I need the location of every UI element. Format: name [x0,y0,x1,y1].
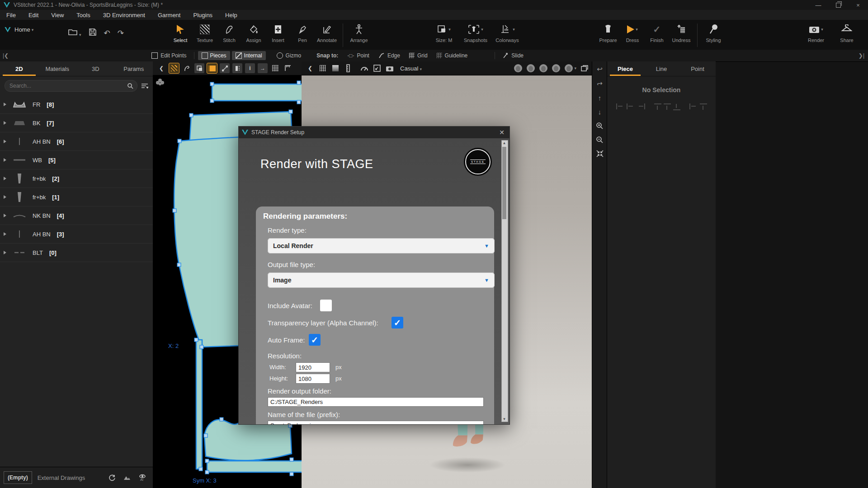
transparency-checkbox[interactable]: ✓ [392,317,403,328]
pattern-piece-strip-vertical[interactable] [196,340,202,469]
undress-button[interactable]: Undress [669,23,693,48]
piece-row-ahbn6[interactable]: AH BN[6] [0,132,153,151]
height-input[interactable] [296,374,330,384]
dialog-scrollbar[interactable]: ▲ ▼ [501,140,508,422]
finish-button[interactable]: ✓ Finish [645,23,669,48]
refresh-icon[interactable] [108,474,116,481]
align-center-icon[interactable] [627,103,635,109]
slide-toggle[interactable]: Slide [498,50,528,61]
snapshot-camera-button[interactable] [385,63,395,73]
include-avatar-checkbox[interactable] [320,300,332,311]
piece-row-nkbn[interactable]: NK BN[4] [0,206,153,225]
piece-row-bk[interactable]: BK[7] [0,114,153,132]
piece-row-blt[interactable]: BLT[0] [0,244,153,262]
gizmo-toggle[interactable]: Gizmo [272,50,306,61]
environment-toggle[interactable] [330,63,340,73]
expand-arrow-icon[interactable] [4,158,6,162]
edit-points-toggle[interactable]: Edit Points [147,50,191,61]
menu-3d-environment[interactable]: 3D Environment [97,12,151,19]
fill-view-toggle[interactable] [207,63,217,73]
insert-tool-button[interactable]: Insert [266,23,290,48]
expand-arrow-icon[interactable] [4,195,6,199]
collapse-panel-icon[interactable]: ❮ [156,63,166,73]
piece-row-frbk2[interactable]: fr+bk[2] [0,169,153,188]
grid-toggle[interactable] [270,63,280,73]
align-top-icon[interactable] [654,103,661,110]
tab-3d[interactable]: 3D [76,61,115,76]
snap-point-toggle[interactable]: -□- Point [343,50,374,61]
expand-arrow-icon[interactable] [4,177,6,180]
tab-2d[interactable]: 2D [0,61,38,76]
redo-button[interactable]: ↷ [118,28,124,38]
floor-grid-toggle[interactable] [318,63,328,73]
tab-piece[interactable]: Piece [607,61,643,76]
zoom-in-icon[interactable] [596,122,604,130]
piece-row-wb[interactable]: WB[5] [0,151,153,169]
render-type-dropdown[interactable]: Local Render ▼ [268,238,495,253]
align-left-icon[interactable] [616,103,624,109]
collapse-right-icon[interactable]: ❯| [855,52,868,59]
tab-params[interactable]: Params [115,61,153,76]
snapshots-button[interactable]: ▾ Snapshots [463,23,488,48]
align-right-icon[interactable] [637,103,645,109]
open-folder-button[interactable]: ▾ [68,28,81,38]
texture-tool-button[interactable]: Texture [193,23,217,48]
snap-edge-toggle[interactable]: Edge [374,50,405,61]
collapse-panel-icon[interactable]: ❮ [305,63,315,73]
dialog-titlebar[interactable]: STAGE Render Setup ✕ [238,126,510,138]
scrollbar-thumb[interactable] [502,147,506,219]
tension-map-toggle[interactable] [359,63,369,73]
tab-point[interactable]: Point [679,61,716,76]
avatar-hair-icon[interactable] [527,64,535,72]
expand-arrow-icon[interactable] [4,232,6,236]
half-piece-toggle[interactable] [232,63,242,73]
dialog-close-button[interactable]: ✕ [494,129,509,136]
width-input[interactable] [296,362,330,372]
menu-garment[interactable]: Garment [151,12,187,19]
render-button[interactable]: ▾ Render [804,23,828,48]
rotate-arrow-icon[interactable]: ↪ [597,80,603,88]
annotate-tool-button[interactable]: Annotate [315,23,339,48]
seam-view-toggle[interactable] [220,63,230,73]
size-button[interactable]: ▾ Size: M [432,23,456,48]
expand-arrow-icon[interactable] [4,251,6,254]
arrow-up-icon[interactable]: ↑ [598,94,602,102]
menu-plugins[interactable]: Plugins [187,12,219,19]
zoom-out-icon[interactable] [596,136,604,144]
output-folder-input[interactable] [268,397,484,407]
avatar-silhouette-icon[interactable] [539,64,547,72]
save-button[interactable] [89,28,97,38]
scroll-down-icon[interactable]: ▼ [502,417,507,421]
ruler-toggle[interactable] [283,63,293,73]
align-bottom-icon[interactable] [673,103,680,110]
share-button[interactable]: Share [835,23,859,48]
undo-button[interactable]: ↶ [104,28,110,38]
scroll-up-icon[interactable]: ▲ [502,141,507,145]
arrange-tool-button[interactable]: Arrange [347,23,371,48]
auto-frame-checkbox[interactable]: ✓ [309,334,321,346]
home-group[interactable]: Home ▾ [5,26,33,33]
menu-help[interactable]: Help [219,12,244,19]
internal-toggle[interactable]: Internal [232,51,266,60]
distribute-horizontal-icon[interactable] [689,103,698,109]
ai-visibility-icon[interactable]: Ai [138,474,146,481]
prepare-button[interactable]: Prepare [596,23,620,48]
expand-arrow-icon[interactable] [4,103,6,106]
expand-arrow-icon[interactable] [4,140,6,143]
dress-button[interactable]: ▾ Dress [620,23,645,48]
collapse-left-icon[interactable]: |❮ [0,52,11,59]
expand-arrow-icon[interactable] [4,121,6,125]
colorways-button[interactable]: ▾ Colorways [495,23,519,48]
styling-button[interactable]: Styling [701,23,726,48]
align-middle-icon[interactable] [664,103,671,110]
menu-file[interactable]: File [0,12,22,19]
distribute-vertical-icon[interactable] [700,103,707,110]
collapse-arrows-icon[interactable] [596,150,604,157]
return-arrow-icon[interactable]: ↩ [597,65,603,73]
arrow-down-icon[interactable]: ↓ [598,108,602,116]
pen-tool-button[interactable]: Pen [290,23,315,48]
close-button[interactable]: × [848,0,868,10]
output-type-dropdown[interactable]: Image ▼ [268,272,495,288]
assign-tool-button[interactable]: Assign [241,23,266,48]
piece-row-frbk1[interactable]: fr+bk[1] [0,188,153,206]
